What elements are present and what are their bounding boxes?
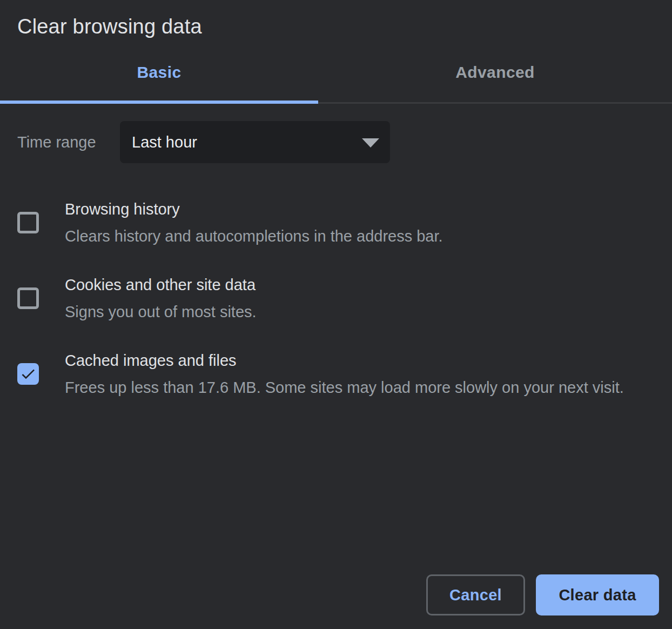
option-text: Cookies and other site data Signs you ou… xyxy=(65,271,654,325)
dialog-footer: Cancel Clear data xyxy=(426,574,659,615)
chevron-down-icon xyxy=(362,138,379,148)
time-range-selected-value: Last hour xyxy=(132,133,197,151)
time-range-dropdown[interactable]: Last hour xyxy=(120,121,390,163)
tab-basic[interactable]: Basic xyxy=(0,42,318,102)
cancel-button[interactable]: Cancel xyxy=(426,574,525,615)
browsing-history-checkbox[interactable] xyxy=(17,212,39,233)
option-text: Browsing history Clears history and auto… xyxy=(65,196,654,250)
options-list: Browsing history Clears history and auto… xyxy=(17,196,655,401)
option-row-cookies: Cookies and other site data Signs you ou… xyxy=(17,271,655,325)
time-range-label: Time range xyxy=(17,133,120,151)
tab-advanced[interactable]: Advanced xyxy=(318,42,672,102)
checkbox-col xyxy=(17,363,65,385)
time-range-row: Time range Last hour xyxy=(17,121,655,163)
checkbox-col xyxy=(17,212,65,233)
cookies-checkbox[interactable] xyxy=(17,287,39,309)
option-title: Cookies and other site data xyxy=(65,271,654,298)
cached-images-checkbox[interactable] xyxy=(17,363,39,385)
tab-advanced-label: Advanced xyxy=(455,63,535,82)
option-text: Cached images and files Frees up less th… xyxy=(65,347,654,401)
checkbox-col xyxy=(17,287,65,309)
clear-data-button[interactable]: Clear data xyxy=(536,574,659,615)
clear-browsing-data-dialog: { "dialog": { "title": "Clear browsing d… xyxy=(0,0,672,629)
dialog-body: Time range Last hour Browsing history Cl… xyxy=(0,121,672,401)
option-description: Clears history and autocompletions in th… xyxy=(65,223,654,250)
option-description: Signs you out of most sites. xyxy=(65,298,654,325)
check-icon xyxy=(19,365,37,383)
tab-strip: Basic Advanced xyxy=(0,42,672,104)
dialog-header: Clear browsing data xyxy=(0,0,672,42)
option-row-cached-images: Cached images and files Frees up less th… xyxy=(17,347,655,401)
option-description: Frees up less than 17.6 MB. Some sites m… xyxy=(65,374,654,401)
option-row-browsing-history: Browsing history Clears history and auto… xyxy=(17,196,655,250)
option-title: Cached images and files xyxy=(65,347,654,374)
tab-basic-label: Basic xyxy=(137,63,181,82)
dialog-title: Clear browsing data xyxy=(17,14,655,39)
option-title: Browsing history xyxy=(65,196,654,223)
